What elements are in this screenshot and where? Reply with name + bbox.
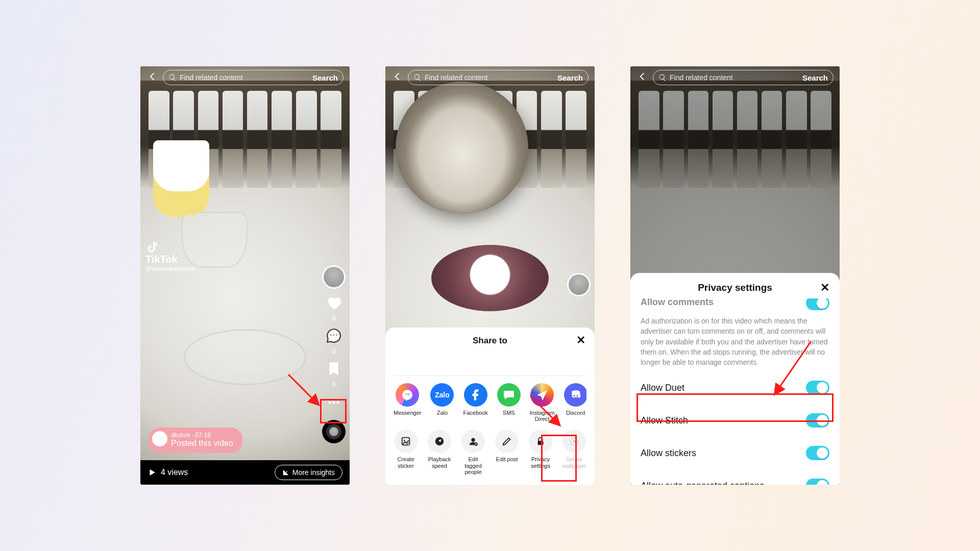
post-toast[interactable]: dkskve · 07-19 Posted this video [149, 428, 242, 453]
back-icon[interactable] [636, 71, 648, 84]
search-button[interactable]: Search [312, 73, 338, 82]
toggle-allow-stitch[interactable] [806, 413, 829, 428]
svg-point-8 [471, 438, 475, 442]
share-zalo[interactable]: ZaloZalo [430, 383, 454, 422]
phone-2: Find related content Search Share to ✕ M… [385, 66, 595, 485]
row-allow-stitch: Allow Stitch [641, 404, 829, 437]
share-facebook[interactable]: Facebook [463, 383, 487, 422]
search-icon [658, 73, 667, 82]
toggle-allow-stickers[interactable] [806, 446, 829, 460]
tool-set-wallpaper: Set as wallpaper [562, 430, 586, 475]
phone-3: Find related content Search Privacy sett… [630, 66, 840, 485]
svg-point-1 [332, 401, 335, 404]
share-sheet: Share to ✕ Messenger ZaloZalo Facebook S… [385, 328, 595, 485]
profile-avatar[interactable] [322, 265, 346, 289]
like-count: 0 [332, 314, 335, 322]
svg-point-2 [337, 401, 339, 404]
toggle-allow-duet[interactable] [806, 381, 829, 395]
search-button[interactable]: Search [802, 73, 828, 82]
search-button[interactable]: Search [557, 73, 583, 82]
share-messenger[interactable]: Messenger [394, 383, 421, 422]
toast-meta: dkskve · 07-19 [171, 432, 233, 439]
row-allow-captions: Allow auto-generated captions [641, 469, 829, 485]
lock-icon [535, 436, 546, 447]
search-placeholder: Find related content [425, 73, 554, 82]
share-sms[interactable]: SMS [497, 383, 521, 422]
bookmark-button[interactable]: 0 [325, 360, 342, 388]
share-title: Share to [473, 336, 507, 345]
row-allow-stickers: Allow stickers [641, 437, 829, 469]
search-placeholder: Find related content [670, 73, 799, 82]
play-icon [148, 468, 157, 477]
more-insights-button[interactable]: More insights [275, 465, 342, 480]
svg-point-0 [328, 401, 331, 404]
back-icon[interactable] [146, 71, 158, 84]
close-icon[interactable]: ✕ [576, 334, 585, 347]
toggle-allow-captions[interactable] [806, 479, 829, 485]
search-input[interactable]: Find related content Search [163, 70, 344, 85]
avatar-icon [152, 431, 167, 446]
search-icon [413, 73, 422, 82]
share-discord[interactable]: Discord [564, 383, 586, 422]
tool-privacy-settings[interactable]: Privacy settings [528, 430, 553, 475]
search-placeholder: Find related content [180, 73, 309, 82]
tool-edit-tagged[interactable]: Edit tagged people [461, 430, 485, 475]
more-options-button[interactable] [325, 393, 343, 412]
sound-disc[interactable] [322, 420, 346, 443]
chart-icon [282, 469, 289, 476]
bookmark-count: 0 [332, 381, 335, 388]
tool-playback-speed[interactable]: Playback speed [427, 430, 452, 475]
toast-text: Posted this video [171, 439, 233, 448]
share-instagram[interactable]: Instagram Direct [530, 383, 555, 422]
search-input[interactable]: Find related content Search [408, 70, 589, 85]
tool-edit-post[interactable]: Edit post [495, 430, 519, 475]
tool-create-sticker[interactable]: Create sticker [394, 430, 418, 475]
privacy-settings-sheet: Privacy settings ✕ Allow comments Ad aut… [630, 273, 840, 485]
row-allow-duet: Allow Duet [641, 371, 829, 404]
comment-count: 0 [332, 347, 335, 355]
search-input[interactable]: Find related content Search [653, 70, 834, 85]
comment-button[interactable]: 0 [325, 327, 342, 355]
phone-1: Find related content Search TikTok @emel… [140, 66, 350, 485]
search-icon [168, 73, 177, 82]
tiktok-watermark: TikTok @emelsaraydemir [145, 240, 195, 272]
profile-avatar[interactable] [567, 273, 591, 296]
svg-rect-10 [538, 441, 544, 445]
back-icon[interactable] [391, 71, 403, 84]
comments-helper-text: Ad authorization is on for this video wh… [641, 316, 829, 367]
privacy-title: Privacy settings [698, 282, 772, 293]
close-icon[interactable]: ✕ [820, 281, 829, 294]
svg-point-5 [404, 440, 405, 441]
video-background [140, 66, 350, 485]
row-allow-comments: Allow comments [641, 298, 829, 314]
like-button[interactable]: 0 [325, 294, 342, 322]
toggle-allow-comments[interactable] [806, 298, 829, 310]
views-count: 4 views [148, 468, 188, 477]
